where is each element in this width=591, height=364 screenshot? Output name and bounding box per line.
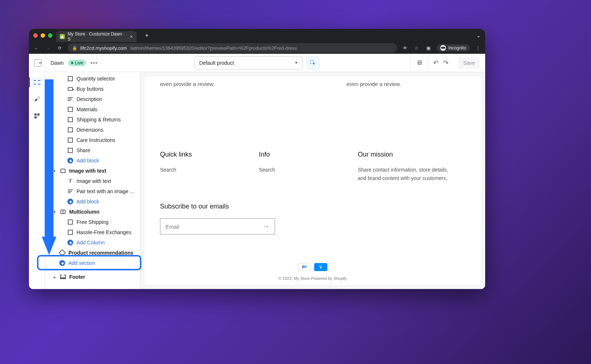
preview-panel: even provide a review. even provide a re…	[140, 72, 485, 289]
add-column-button[interactable]: Add Column	[45, 237, 140, 248]
template-select[interactable]: Default product ▼	[194, 56, 303, 70]
email-input[interactable]: Email →	[160, 218, 275, 234]
review-text-2: even provide a review.	[346, 76, 401, 89]
selector-icon	[68, 219, 73, 225]
block-care-instructions[interactable]: Care Instructions	[45, 135, 140, 145]
chevron-down-icon[interactable]: ▼	[52, 210, 57, 214]
apps-icon	[34, 113, 40, 119]
redo-icon[interactable]: ↷	[443, 59, 449, 67]
block-dimensions[interactable]: Dimensions	[45, 125, 140, 135]
chevron-down-icon[interactable]: ▼	[52, 169, 57, 173]
add-block-button-2[interactable]: Add block	[45, 196, 140, 207]
star-icon[interactable]: ☆	[413, 45, 420, 51]
rail-apps[interactable]	[32, 111, 42, 121]
rail-sections[interactable]	[32, 77, 42, 87]
incognito-icon	[440, 45, 446, 51]
selector-icon	[68, 230, 73, 235]
section-footer[interactable]: ▸Footer	[45, 272, 140, 282]
footer-col2-link[interactable]: Search	[259, 167, 275, 173]
eye-off-icon[interactable]: 👁	[401, 45, 409, 51]
block-buy-buttons[interactable]: Buy buttons	[45, 84, 140, 94]
browser-window: My Store · Customize Dawn · S × + ⌄ ← → …	[29, 29, 485, 289]
window-controls[interactable]	[33, 33, 52, 38]
email-placeholder: Email	[166, 224, 179, 230]
footer-col2-title: Info	[259, 151, 336, 158]
preview-canvas[interactable]: even provide a review. even provide a re…	[145, 76, 481, 285]
plus-circle-icon	[67, 199, 73, 204]
review-text-1: even provide a review.	[160, 76, 215, 89]
block-hassle-free[interactable]: Hassle-Free Exchanges	[45, 227, 140, 237]
url-path: /admin/themes/136439595320/editor?previe…	[130, 45, 297, 51]
section-image-with-text[interactable]: ▼Image with text	[45, 166, 140, 176]
section-multicolumn[interactable]: ▼Multicolumn	[45, 207, 140, 217]
sections-sidebar: Quantity selector Buy buttons Descriptio…	[45, 72, 140, 289]
rail-theme-settings[interactable]: 🖌	[32, 94, 42, 104]
subscribe-title: Subscribe to our emails	[160, 203, 465, 210]
submit-arrow-icon[interactable]: →	[263, 223, 270, 230]
tag-icon	[59, 249, 66, 256]
browser-tab[interactable]: My Store · Customize Dawn · S ×	[56, 31, 137, 42]
inspector-toggle[interactable]	[306, 56, 320, 70]
brush-icon: 🖌	[34, 96, 40, 102]
tab-list-chevron-icon[interactable]: ⌄	[476, 33, 481, 38]
paypal-icon: PP	[298, 263, 311, 271]
selector-icon	[68, 117, 73, 122]
block-share[interactable]: Share	[45, 145, 140, 155]
tab-bar: My Store · Customize Dawn · S × + ⌄	[29, 29, 485, 42]
block-shipping-returns[interactable]: Shipping & Returns	[45, 115, 140, 125]
block-free-shipping[interactable]: Free Shipping	[45, 217, 140, 227]
url-host: 8fc2cd.myshopify.com	[80, 45, 127, 51]
desktop-view-icon[interactable]: 🖥	[416, 59, 423, 67]
text-icon	[68, 189, 73, 193]
kebab-menu-icon[interactable]: ⋮	[474, 45, 482, 51]
address-bar: ← → ⟳ 🔒 8fc2cd.myshopify.com/admin/theme…	[29, 42, 485, 54]
preview-footer: Quick links Search Info Search Our missi…	[160, 151, 465, 183]
nav-rail: 🖌	[29, 72, 45, 289]
sections-icon	[34, 80, 40, 85]
back-icon[interactable]: ←	[33, 45, 40, 51]
more-actions-icon[interactable]: •••	[90, 60, 98, 66]
chevron-down-icon: ▼	[294, 61, 298, 65]
selector-icon	[68, 148, 73, 153]
shopify-app: Dawn Live ••• Default product ▼ 🖥 ↶ ↷	[29, 54, 485, 289]
plus-circle-icon	[59, 260, 65, 266]
footer-col3-title: Our mission	[358, 151, 453, 158]
block-description[interactable]: Description	[45, 94, 140, 104]
new-tab-button[interactable]: +	[142, 31, 151, 40]
copyright-text: © 2022, My Store Powered by Shopify	[160, 276, 465, 281]
footer-icon	[60, 275, 66, 279]
undo-icon[interactable]: ↶	[433, 59, 439, 67]
footer-col1-link[interactable]: Search	[160, 167, 176, 173]
close-window[interactable]	[33, 33, 38, 38]
url-field[interactable]: 🔒 8fc2cd.myshopify.com/admin/themes/1364…	[68, 43, 397, 53]
heading-icon: T	[67, 178, 74, 184]
reload-icon[interactable]: ⟳	[56, 45, 63, 51]
app-header: Dawn Live ••• Default product ▼ 🖥 ↶ ↷	[29, 54, 485, 72]
selector-icon	[68, 107, 73, 112]
payment-icons: PP V	[160, 263, 465, 271]
buy-icon	[68, 87, 73, 91]
maximize-window[interactable]	[48, 33, 52, 38]
lock-icon: 🔒	[72, 46, 77, 50]
block-pair-text[interactable]: Pair text with an image to foc…	[45, 186, 140, 196]
panel-icon[interactable]: ▣	[425, 45, 432, 51]
browser-chrome: My Store · Customize Dawn · S × + ⌄ ← → …	[29, 29, 485, 54]
selector-icon	[68, 138, 73, 143]
selector-icon	[68, 76, 73, 81]
add-section-button[interactable]: Add section	[45, 258, 140, 268]
exit-editor-icon[interactable]	[34, 59, 41, 67]
chevron-right-icon[interactable]: ▸	[52, 275, 57, 279]
venmo-icon: V	[314, 263, 327, 271]
template-select-value: Default product	[199, 60, 234, 66]
incognito-badge: Incognito	[436, 44, 470, 52]
block-materials[interactable]: Materials	[45, 104, 140, 115]
text-icon	[68, 97, 73, 101]
section-product-recommendations[interactable]: Product recommendations	[45, 248, 140, 258]
add-block-button[interactable]: Add block	[45, 155, 140, 166]
block-quantity-selector[interactable]: Quantity selector	[45, 74, 140, 84]
minimize-window[interactable]	[41, 33, 45, 38]
block-image-with-text[interactable]: TImage with text	[45, 176, 140, 186]
plus-circle-icon	[67, 158, 73, 164]
close-tab-icon[interactable]: ×	[130, 34, 133, 40]
plus-circle-icon	[67, 240, 73, 245]
